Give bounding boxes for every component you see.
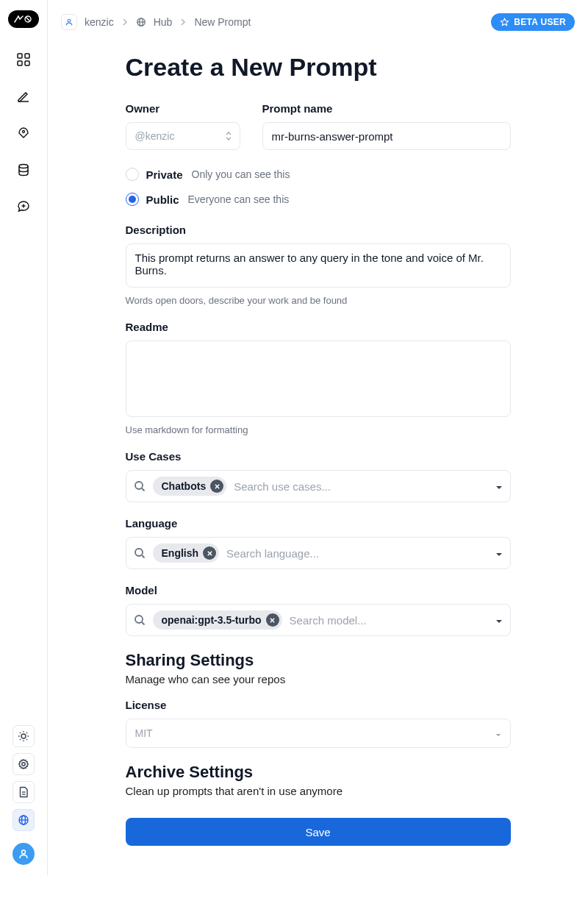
docs-icon[interactable] [12,781,35,803]
radio-icon [126,168,139,181]
logo[interactable] [8,10,39,28]
chevron-right-icon [179,16,187,28]
svg-point-20 [22,763,25,766]
svg-line-16 [20,733,21,733]
svg-point-27 [68,19,71,22]
dropdown-arrow-icon[interactable] [495,546,503,560]
svg-rect-3 [25,54,29,58]
sharing-sub: Manage who can see your repos [126,673,511,685]
license-select[interactable]: MIT [126,719,511,748]
license-label: License [126,699,511,711]
topbar: kenzic Hub New Prompt BETA USER [61,0,575,31]
language-chip: English [153,544,220,563]
description-input[interactable]: This prompt returns an answer to any que… [126,243,511,288]
search-icon [134,480,146,492]
owner-label: Owner [126,102,240,115]
svg-line-18 [26,733,27,733]
nav-chat-add-icon[interactable] [11,194,36,219]
svg-point-39 [135,616,143,623]
model-input[interactable]: openai:gpt-3.5-turbo [126,604,511,636]
chip-remove-icon[interactable] [266,613,279,627]
chip-remove-icon[interactable] [203,546,216,560]
svg-point-31 [135,482,143,489]
svg-line-40 [142,622,145,625]
model-chip: openai:gpt-3.5-turbo [153,610,282,630]
public-label: Public [146,193,179,206]
usecases-input[interactable]: Chatbots [126,470,511,502]
dropdown-arrow-icon[interactable] [495,613,503,627]
user-avatar-icon[interactable] [12,843,35,865]
search-icon [134,614,146,626]
breadcrumb-user[interactable]: kenzic [85,16,114,28]
svg-line-17 [26,739,27,740]
breadcrumb: kenzic Hub New Prompt [61,14,251,30]
usecases-search[interactable] [234,480,487,493]
prompt-name-input[interactable] [262,122,511,150]
dropdown-arrow-icon[interactable] [495,480,503,493]
archive-title: Archive Settings [126,763,511,782]
svg-line-36 [142,555,145,558]
star-icon [500,18,509,27]
visibility-private-option[interactable]: Private Only you can see this [126,168,511,181]
svg-point-8 [19,165,28,168]
language-search[interactable] [226,547,487,560]
language-label: Language [126,517,511,530]
language-input[interactable]: English [126,537,511,569]
svg-rect-5 [25,61,29,65]
usecases-label: Use Cases [126,450,511,463]
breadcrumb-current: New Prompt [194,16,251,28]
chip-remove-icon[interactable] [210,480,223,493]
chevron-right-icon [121,16,129,28]
model-label: Model [126,584,511,596]
svg-point-26 [22,850,26,854]
readme-label: Readme [126,321,511,333]
updown-icon [225,131,232,141]
archive-sub: Clean up prompts that aren't in use anym… [126,785,511,797]
sidebar [0,0,48,875]
prompt-name-label: Prompt name [262,102,511,115]
radio-checked-icon [126,193,139,206]
nav-edit-icon[interactable] [11,84,36,109]
public-hint: Everyone can see this [188,193,290,205]
search-icon [134,547,146,559]
nav-database-icon[interactable] [11,157,36,182]
page-title: Create a New Prompt [126,53,511,82]
readme-hint: Use markdown for formatting [126,424,511,435]
svg-rect-4 [18,61,22,65]
settings-icon[interactable] [12,753,35,775]
globe-icon[interactable] [12,809,35,831]
owner-select[interactable]: @kenzic [126,122,240,150]
usecases-chip: Chatbots [153,477,227,496]
nav-rocket-icon[interactable] [11,121,36,146]
breadcrumb-user-icon [61,14,77,30]
svg-line-19 [20,739,21,740]
sharing-title: Sharing Settings [126,651,511,670]
svg-rect-2 [18,54,22,58]
svg-point-7 [23,131,25,133]
description-label: Description [126,224,511,236]
breadcrumb-globe-icon [136,17,146,27]
nav-dashboard-icon[interactable] [11,47,36,72]
svg-line-32 [142,488,145,491]
svg-line-1 [26,17,30,21]
svg-point-11 [21,734,26,738]
private-label: Private [146,168,183,181]
beta-badge: BETA USER [491,13,575,31]
description-hint: Words open doors, describe your work and… [126,295,511,306]
model-search[interactable] [290,614,488,627]
visibility-public-option[interactable]: Public Everyone can see this [126,193,511,206]
breadcrumb-hub[interactable]: Hub [154,16,173,28]
theme-toggle-icon[interactable] [12,725,35,747]
svg-point-35 [135,549,143,556]
save-button[interactable]: Save [126,818,511,846]
private-hint: Only you can see this [192,168,290,180]
readme-input[interactable] [126,341,511,417]
dropdown-arrow-icon [495,727,501,739]
